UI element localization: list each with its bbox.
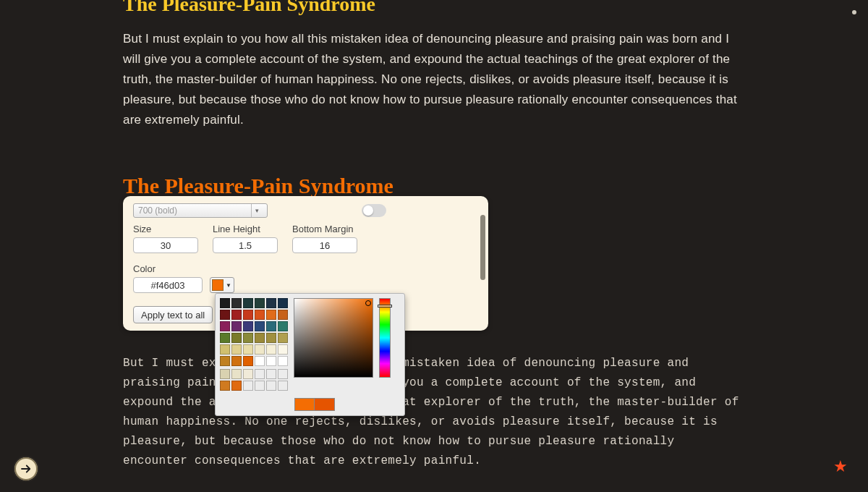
color-compare-current bbox=[294, 398, 315, 411]
color-picker-popover bbox=[215, 293, 405, 416]
palette-color[interactable] bbox=[231, 356, 242, 366]
palette-color[interactable] bbox=[231, 321, 242, 331]
palette-color[interactable] bbox=[220, 321, 230, 331]
panel-scrollbar[interactable] bbox=[480, 200, 485, 326]
lineheight-label: Line Height bbox=[213, 224, 278, 234]
scrollbar-thumb[interactable] bbox=[480, 215, 485, 280]
palette-color[interactable] bbox=[243, 356, 253, 366]
palette-color[interactable] bbox=[278, 298, 288, 308]
font-weight-select[interactable]: 700 (bold) ▾ bbox=[133, 203, 268, 218]
palette-color[interactable] bbox=[220, 310, 230, 320]
palette-color[interactable] bbox=[231, 344, 242, 355]
palette-color[interactable] bbox=[231, 298, 242, 308]
palette-color[interactable] bbox=[220, 356, 230, 366]
palette-color[interactable] bbox=[243, 333, 253, 343]
palette-color bbox=[266, 369, 276, 379]
palette-color[interactable] bbox=[278, 356, 288, 366]
palette-color[interactable] bbox=[243, 298, 253, 308]
palette-color[interactable] bbox=[266, 321, 276, 331]
palette-color[interactable] bbox=[243, 310, 253, 320]
palette-color[interactable] bbox=[255, 356, 265, 366]
palette-color[interactable] bbox=[278, 321, 288, 331]
status-dot bbox=[852, 10, 856, 14]
palette-color[interactable] bbox=[220, 298, 230, 308]
palette-color bbox=[243, 381, 253, 391]
saturation-cursor[interactable] bbox=[365, 300, 371, 306]
color-compare-new bbox=[315, 398, 335, 411]
palette-color[interactable] bbox=[255, 321, 265, 331]
chevron-down-icon: ▾ bbox=[251, 204, 263, 217]
hue-marker[interactable] bbox=[378, 305, 392, 308]
palette-color[interactable] bbox=[278, 310, 288, 320]
palette-color[interactable] bbox=[266, 344, 276, 355]
palette-color[interactable] bbox=[278, 344, 288, 355]
lineheight-input[interactable] bbox=[213, 237, 278, 253]
font-weight-value: 700 (bold) bbox=[138, 205, 177, 216]
palette-color[interactable] bbox=[231, 381, 242, 391]
apply-text-button[interactable]: Apply text to all bbox=[133, 306, 213, 323]
color-palette-grid bbox=[220, 298, 288, 366]
size-input[interactable] bbox=[133, 237, 198, 253]
palette-color[interactable] bbox=[220, 381, 230, 391]
palette-color[interactable] bbox=[266, 298, 276, 308]
hue-slider[interactable] bbox=[379, 298, 391, 378]
arrow-right-icon bbox=[20, 462, 33, 475]
size-label: Size bbox=[133, 224, 198, 234]
palette-color bbox=[255, 369, 265, 379]
palette-color[interactable] bbox=[255, 344, 265, 355]
saturation-picker[interactable] bbox=[294, 298, 373, 378]
palette-color[interactable] bbox=[243, 344, 253, 355]
palette-color[interactable] bbox=[278, 333, 288, 343]
palette-color[interactable] bbox=[220, 369, 230, 379]
chevron-down-icon: ▼ bbox=[226, 282, 231, 289]
palette-color[interactable] bbox=[255, 298, 265, 308]
palette-color[interactable] bbox=[231, 333, 242, 343]
color-compare bbox=[294, 398, 400, 411]
color-swatch-button[interactable]: ▼ bbox=[210, 277, 234, 293]
palette-color bbox=[266, 381, 276, 391]
star-icon[interactable]: ★ bbox=[833, 457, 848, 476]
palette-color[interactable] bbox=[220, 344, 230, 355]
palette-color[interactable] bbox=[220, 333, 230, 343]
margin-input[interactable] bbox=[292, 237, 357, 253]
palette-color[interactable] bbox=[266, 310, 276, 320]
palette-color[interactable] bbox=[243, 369, 253, 379]
palette-color[interactable] bbox=[231, 369, 242, 379]
palette-color[interactable] bbox=[255, 310, 265, 320]
palette-color[interactable] bbox=[231, 310, 242, 320]
next-button[interactable] bbox=[13, 456, 39, 482]
italic-toggle[interactable] bbox=[362, 204, 386, 217]
margin-label: Bottom Margin bbox=[292, 224, 357, 234]
palette-color bbox=[278, 381, 288, 391]
heading-style-a: The Pleasure-Pain Syndrome bbox=[123, 0, 745, 16]
palette-color[interactable] bbox=[266, 356, 276, 366]
body-text-sans: But I must explain to you how all this m… bbox=[123, 29, 745, 130]
palette-color[interactable] bbox=[255, 333, 265, 343]
palette-color[interactable] bbox=[243, 321, 253, 331]
color-extras-row bbox=[220, 369, 288, 391]
color-label: Color bbox=[133, 263, 203, 274]
color-hex-input[interactable] bbox=[133, 277, 203, 293]
palette-color bbox=[278, 369, 288, 379]
palette-color[interactable] bbox=[266, 333, 276, 343]
palette-color bbox=[255, 381, 265, 391]
heading-style-b: The Pleasure-Pain Syndrome bbox=[123, 174, 745, 198]
color-swatch-preview bbox=[212, 279, 224, 291]
